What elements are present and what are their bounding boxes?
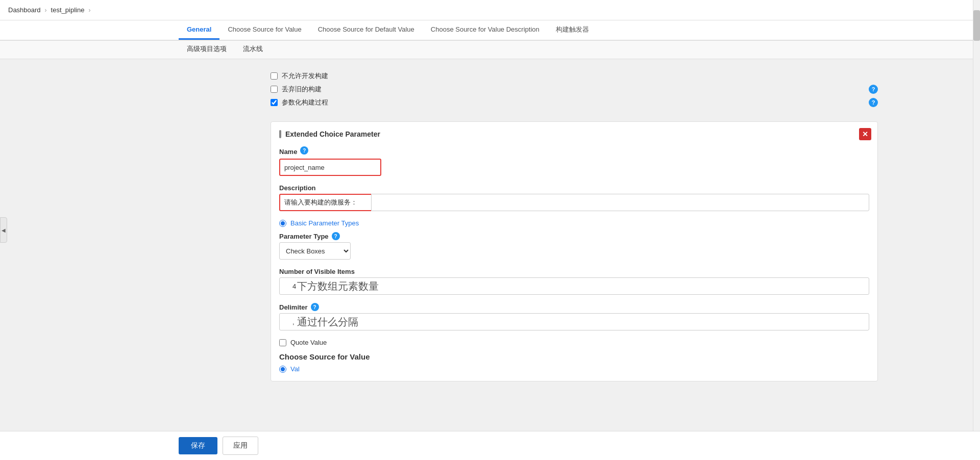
pipeline-link[interactable]: test_pipline <box>51 6 85 14</box>
main-tabs: General Choose Source for Value Choose S… <box>0 20 980 41</box>
description-input-main[interactable] <box>371 194 869 211</box>
basic-param-types-row: Basic Parameter Types <box>279 219 869 227</box>
help-icon-param-type[interactable]: ? <box>332 232 340 240</box>
content-panel: 不允许开发构建 丢弃旧的构建 ? 参数化构建过程 ? ✕ Extended Ch… <box>92 59 888 390</box>
bottom-radio-row: Val <box>279 365 869 373</box>
collapse-handle[interactable]: ◀ <box>0 217 7 243</box>
subtab-pipeline[interactable]: 流水线 <box>235 41 271 59</box>
num-visible-wrapper: 下方数组元素数量 <box>279 277 869 295</box>
delimiter-label: Delimiter ? <box>279 303 869 311</box>
radio-val-label: Val <box>290 365 300 373</box>
footer-bar: 保存 应用 <box>0 431 980 460</box>
description-input-prefix[interactable]: 请输入要构建的微服务： <box>279 194 371 211</box>
tab-choose-source-default[interactable]: Choose Source for Default Value <box>310 20 423 40</box>
quote-value-row: Quote Value <box>279 339 869 346</box>
num-visible-label: Number of Visible Items <box>279 268 869 275</box>
breadcrumb-arrow-1: › <box>45 7 47 14</box>
checkbox-label-disallow: 不允许开发构建 <box>282 71 328 81</box>
delimiter-input[interactable] <box>279 313 869 330</box>
apply-button[interactable]: 应用 <box>223 437 258 455</box>
tab-choose-source-value[interactable]: Choose Source for Value <box>219 20 309 40</box>
scrollbar-track[interactable] <box>973 0 980 460</box>
help-icon-parameterize[interactable]: ? <box>869 98 878 107</box>
choose-source-header: Choose Source for Value <box>279 352 869 361</box>
dashboard-link[interactable]: Dashboard <box>8 6 41 14</box>
param-type-select[interactable]: Check Boxes Radio Buttons Multi Select T… <box>279 242 351 260</box>
ecp-card: ✕ Extended Choice Parameter Name ? proje… <box>271 121 878 381</box>
tab-general[interactable]: General <box>179 20 219 40</box>
tab-build-trigger[interactable]: 构建触发器 <box>548 20 597 40</box>
quote-value-label: Quote Value <box>290 339 327 346</box>
checkbox-row-disallow: 不允许开发构建 <box>271 71 878 81</box>
num-visible-input[interactable] <box>279 277 869 295</box>
radio-label-basic-param-types: Basic Parameter Types <box>290 219 359 227</box>
checkbox-quote-value[interactable] <box>279 339 286 346</box>
description-label: Description <box>279 184 869 192</box>
breadcrumb-arrow-2: › <box>88 7 90 14</box>
param-type-group: Parameter Type ? Check Boxes Radio Butto… <box>279 232 869 260</box>
save-button[interactable]: 保存 <box>179 437 217 454</box>
checkbox-label-parameterize: 参数化构建过程 <box>282 98 328 107</box>
delimiter-wrapper: 通过什么分隔 <box>279 313 869 330</box>
checkbox-section: 不允许开发构建 丢弃旧的构建 ? 参数化构建过程 ? <box>271 67 878 115</box>
name-field-group: Name ? project_name <box>279 146 869 176</box>
ecp-title: Extended Choice Parameter <box>279 130 869 138</box>
checkbox-row-discard: 丢弃旧的构建 ? <box>271 85 878 94</box>
checkbox-label-discard: 丢弃旧的构建 <box>282 85 322 94</box>
help-icon-discard[interactable]: ? <box>869 85 878 94</box>
name-input[interactable]: project_name <box>279 159 381 176</box>
param-type-label: Parameter Type ? <box>279 232 869 240</box>
close-ecp-button[interactable]: ✕ <box>859 128 871 140</box>
help-icon-delimiter[interactable]: ? <box>311 303 319 311</box>
radio-basic-param-types[interactable] <box>279 220 286 227</box>
checkbox-parameterize[interactable] <box>271 99 278 106</box>
checkbox-disallow-dev[interactable] <box>271 72 278 80</box>
radio-val[interactable] <box>279 366 286 373</box>
subtab-advanced[interactable]: 高级项目选项 <box>179 41 235 59</box>
scrollbar-thumb[interactable] <box>973 10 980 41</box>
checkbox-discard-old[interactable] <box>271 86 278 93</box>
subtabs: 高级项目选项 流水线 <box>0 41 980 59</box>
delimiter-group: Delimiter ? 通过什么分隔 <box>279 303 869 330</box>
description-field-group: Description 请输入要构建的微服务： <box>279 184 869 211</box>
checkbox-row-parameterize: 参数化构建过程 ? <box>271 98 878 107</box>
topbar: Dashboard › test_pipline › <box>0 0 980 20</box>
tab-choose-source-desc[interactable]: Choose Source for Value Description <box>423 20 548 40</box>
name-label: Name ? <box>279 146 869 157</box>
num-visible-group: Number of Visible Items 下方数组元素数量 <box>279 268 869 295</box>
help-icon-name[interactable]: ? <box>300 146 308 155</box>
